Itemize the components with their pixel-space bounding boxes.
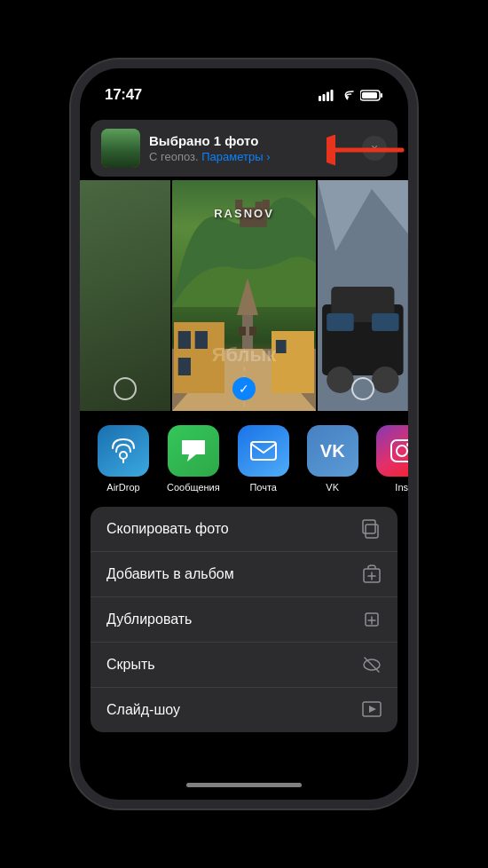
share-app-mail[interactable]: Почта — [238, 425, 289, 493]
instagram-label: Ins — [395, 482, 408, 493]
svg-rect-5 — [381, 93, 382, 98]
battery-icon — [360, 90, 383, 101]
wifi-icon — [340, 90, 355, 101]
photo-center: RASNOV — [172, 180, 317, 411]
arrow-container — [327, 132, 406, 171]
instagram-symbol — [390, 439, 408, 462]
header-title: Выбрано 1 фото — [149, 133, 353, 148]
airdrop-label: AirDrop — [106, 482, 139, 493]
home-indicator — [80, 769, 408, 800]
svg-rect-22 — [177, 358, 190, 375]
svg-marker-14 — [237, 278, 258, 315]
hide-icon — [362, 655, 382, 675]
svg-rect-32 — [327, 313, 355, 331]
header-text: Выбрано 1 фото С геопоз. Параметры › — [149, 133, 353, 163]
messages-symbol — [180, 438, 207, 463]
svg-point-31 — [372, 367, 399, 393]
svg-rect-2 — [327, 91, 329, 101]
photo-left — [80, 180, 170, 411]
selection-circle-left[interactable] — [114, 377, 137, 400]
phone-frame: 17:47 — [71, 59, 417, 809]
action-list: Скопировать фото Добавить в альбом Дубли… — [91, 507, 397, 732]
duplicate-icon — [362, 610, 382, 629]
content-area: Выбрано 1 фото С геопоз. Параметры › × — [80, 113, 408, 800]
dynamic-island — [191, 79, 297, 109]
signal-icon — [319, 90, 335, 101]
action-copy-photo[interactable]: Скопировать фото — [91, 507, 397, 552]
svg-rect-1 — [323, 94, 326, 101]
watermark-text: Яблык — [212, 343, 277, 367]
action-add-album[interactable]: Добавить в альбом — [91, 552, 397, 597]
mail-symbol — [250, 441, 277, 461]
red-arrow-icon — [327, 132, 406, 168]
airdrop-icon-container — [98, 425, 149, 477]
header-subtitle: С геопоз. Параметры › — [149, 150, 353, 163]
vk-icon-container: VK — [307, 425, 358, 477]
share-header: Выбрано 1 фото С геопоз. Параметры › × — [91, 120, 397, 177]
selection-circle-center[interactable]: ✓ — [232, 377, 256, 400]
messages-label: Сообщения — [167, 482, 220, 493]
selection-circle-right[interactable] — [351, 377, 374, 400]
action-duplicate[interactable]: Дублировать — [91, 597, 397, 643]
vk-label: VK — [326, 482, 339, 493]
vk-symbol: VK — [320, 441, 345, 462]
svg-rect-0 — [319, 96, 321, 101]
svg-rect-3 — [331, 90, 334, 101]
add-album-icon — [362, 564, 382, 584]
airdrop-symbol — [110, 438, 137, 464]
svg-rect-37 — [391, 440, 408, 462]
svg-rect-21 — [177, 331, 190, 349]
svg-point-39 — [406, 443, 408, 446]
status-time: 17:47 — [105, 86, 142, 104]
share-app-instagram[interactable]: Ins — [376, 425, 408, 493]
duplicate-label: Дублировать — [106, 612, 192, 627]
svg-rect-16 — [249, 327, 256, 335]
messages-icon-container — [168, 425, 219, 477]
instagram-icon-container — [376, 425, 408, 477]
copy-photo-icon — [362, 519, 382, 539]
home-indicator-bar — [186, 783, 302, 787]
svg-point-34 — [120, 452, 127, 459]
share-apps-row: AirDrop Сообщения Почта — [80, 411, 408, 500]
svg-point-30 — [327, 367, 355, 393]
params-link[interactable]: Параметры › — [201, 150, 270, 163]
share-app-airdrop[interactable]: AirDrop — [98, 425, 149, 493]
mail-label: Почта — [249, 482, 277, 493]
svg-rect-40 — [366, 525, 378, 538]
svg-rect-6 — [362, 92, 377, 99]
svg-rect-36 — [251, 442, 276, 460]
svg-rect-33 — [372, 313, 399, 331]
share-app-vk[interactable]: VK VK — [307, 425, 358, 493]
svg-marker-51 — [369, 706, 376, 713]
mail-icon-container — [238, 425, 289, 477]
svg-rect-23 — [194, 331, 207, 349]
hide-label: Скрыть — [106, 657, 155, 673]
rasnov-text: RASNOV — [214, 207, 274, 220]
geolocation-label: С геопоз. — [149, 150, 201, 163]
copy-photo-label: Скопировать фото — [106, 521, 229, 537]
action-hide[interactable]: Скрыть — [91, 643, 397, 688]
status-icons — [319, 90, 383, 101]
svg-rect-15 — [239, 327, 246, 335]
add-album-label: Добавить в альбом — [106, 566, 234, 582]
svg-rect-25 — [275, 340, 286, 353]
svg-point-38 — [397, 446, 407, 456]
svg-rect-41 — [363, 520, 375, 533]
slideshow-icon — [362, 700, 382, 720]
photo-right — [318, 180, 408, 411]
header-thumbnail — [101, 129, 140, 168]
action-slideshow[interactable]: Слайд-шоу — [91, 688, 397, 732]
share-app-messages[interactable]: Сообщения — [167, 425, 220, 493]
photo-strip: RASNOV — [80, 180, 408, 411]
slideshow-label: Слайд-шоу — [106, 702, 180, 718]
